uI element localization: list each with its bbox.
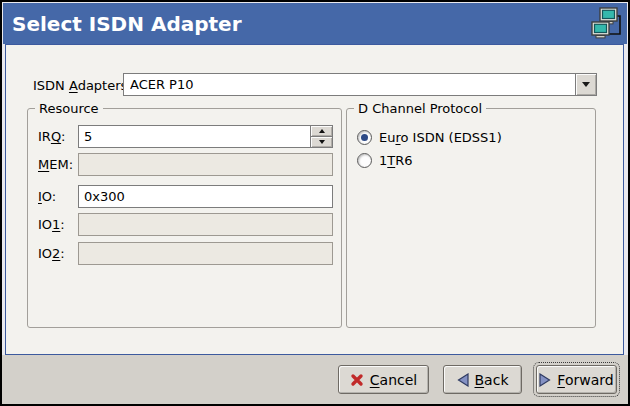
cancel-button-label: Cancel xyxy=(370,372,417,388)
spin-up-button[interactable] xyxy=(310,125,333,137)
mem-label: MEM: xyxy=(38,157,73,172)
arrow-down-icon xyxy=(319,140,325,144)
forward-button-label: Forward xyxy=(557,372,613,388)
spin-down-button[interactable] xyxy=(310,137,333,148)
combo-dropdown-button[interactable] xyxy=(575,74,596,95)
d-channel-protocol-group: D Channel Protocol Euro ISDN (EDSS1) 1TR… xyxy=(346,108,596,328)
d-channel-protocol-title: D Channel Protocol xyxy=(354,101,486,116)
back-button-label: Back xyxy=(475,372,509,388)
resource-group: Resource IRQ: MEM: IO: xyxy=(27,108,342,328)
io1-label: IO1: xyxy=(38,217,65,232)
io2-input xyxy=(78,242,333,265)
forward-button[interactable]: Forward xyxy=(536,365,617,394)
resource-group-title: Resource xyxy=(35,101,103,116)
dialog-header: Select ISDN Adapter xyxy=(3,3,627,44)
1tr6-label[interactable]: 1TR6 xyxy=(379,153,413,168)
cancel-x-icon xyxy=(350,373,364,387)
arrow-up-icon xyxy=(319,129,325,133)
radio-selected-dot xyxy=(361,134,368,141)
io1-input xyxy=(78,213,333,236)
cancel-button[interactable]: Cancel xyxy=(338,365,429,394)
network-computers-icon xyxy=(590,7,622,45)
io-input[interactable] xyxy=(78,185,333,208)
mem-input xyxy=(78,153,333,176)
irq-label: IRQ: xyxy=(38,129,66,144)
isdn-adapters-label: ISDN Adapters: xyxy=(33,78,132,93)
isdn-adapter-combo-entry[interactable] xyxy=(124,74,575,95)
io-label: IO: xyxy=(38,189,56,204)
radio-euro-isdn[interactable] xyxy=(357,130,372,145)
wizard-content-panel: ISDN Adapters: Resource IRQ: xyxy=(5,44,624,355)
euro-isdn-label[interactable]: Euro ISDN (EDSS1) xyxy=(379,130,502,145)
io2-label: IO2: xyxy=(38,246,65,261)
irq-input[interactable] xyxy=(78,125,310,148)
back-button[interactable]: Back xyxy=(443,365,522,394)
back-arrow-icon xyxy=(457,373,469,387)
isdn-adapter-combobox[interactable] xyxy=(123,73,597,96)
chevron-down-icon xyxy=(582,82,590,87)
select-isdn-adapter-dialog: Select ISDN Adapter ISDN Adapter xyxy=(0,0,630,406)
action-area: Cancel Back Forward xyxy=(2,355,628,404)
radio-1tr6[interactable] xyxy=(357,153,372,168)
irq-spinner xyxy=(310,125,333,148)
forward-arrow-icon xyxy=(539,373,551,387)
dialog-title: Select ISDN Adapter xyxy=(3,12,242,36)
